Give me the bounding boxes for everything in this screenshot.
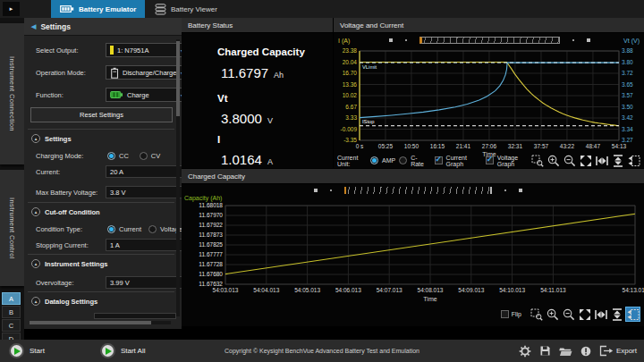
section-datalog[interactable]: ▴ Datalog Settings: [31, 297, 97, 306]
svg-text:13.36: 13.36: [343, 81, 358, 88]
svg-text:3.65: 3.65: [622, 81, 633, 88]
zoom-region-icon[interactable]: [530, 307, 543, 321]
rail-instrument-control-label: Instrument Control: [8, 198, 16, 259]
channel-tab-a-label: A: [9, 295, 13, 303]
operation-mode-dropdown[interactable]: Discharge/Charge ▾: [106, 65, 182, 80]
rail-instrument-connection[interactable]: Instrument Connection: [0, 23, 24, 164]
flip-checkbox[interactable]: [501, 310, 509, 318]
svg-text:Time: Time: [423, 296, 436, 302]
start-button[interactable]: Start: [9, 343, 45, 358]
svg-text:16.70: 16.70: [343, 70, 358, 76]
fit-vertical-icon[interactable]: [611, 154, 624, 167]
select-output-value: 1: N7951A: [117, 46, 148, 55]
settings-gear-icon[interactable]: [519, 345, 531, 358]
radio-cv[interactable]: [140, 152, 148, 160]
svg-text:10.02: 10.02: [343, 92, 358, 98]
tab-battery-viewer[interactable]: Battery Viewer: [146, 0, 226, 18]
vc-range-scrollbar[interactable]: [389, 37, 590, 44]
svg-text:37:57: 37:57: [534, 143, 549, 149]
radio-cc[interactable]: [107, 152, 115, 160]
i-label: I: [217, 134, 220, 145]
max-battery-voltage-input[interactable]: 3.8 V: [106, 186, 182, 198]
fit-all-icon[interactable]: [578, 307, 591, 321]
radio-amp-label: AMP: [382, 157, 395, 164]
auto-track-icon[interactable]: [627, 154, 640, 167]
stopping-current-value: 1 A: [110, 241, 120, 249]
vt-value: 3.8000V: [221, 111, 273, 126]
play-icon: [100, 343, 115, 358]
top-tab-bar: ► Battery Emulator Battery Viewer: [0, 0, 644, 18]
cap-range-scrollbar[interactable]: [314, 187, 522, 194]
channel-tab-b[interactable]: B: [2, 306, 21, 318]
divider: [28, 291, 174, 292]
section-settings[interactable]: ▴ Settings: [31, 134, 72, 143]
unit-a: A: [267, 157, 273, 166]
voltage-graph-label: Voltage Graph: [497, 155, 530, 167]
svg-text:VLimit: VLimit: [362, 64, 377, 70]
rail-instrument-control[interactable]: Instrument Control: [0, 170, 24, 286]
battery-status-panel: Battery Status Charged Capacity 11.6797A…: [182, 18, 333, 168]
svg-text:54:13.013: 54:13.013: [623, 287, 644, 293]
fit-vertical-icon[interactable]: [610, 307, 623, 321]
fit-all-icon[interactable]: [579, 154, 592, 167]
left-rail: Instrument Connection Instrument Control…: [0, 18, 24, 340]
i-value: 1.0164A: [221, 152, 273, 167]
svg-text:11.67777: 11.67777: [199, 251, 223, 257]
fit-horizontal-icon[interactable]: [594, 307, 607, 321]
open-folder-icon[interactable]: [559, 346, 572, 357]
settings-horizontal-scrollbar[interactable]: [30, 321, 171, 324]
channel-tab-a[interactable]: A: [2, 292, 21, 305]
play-icon: [9, 343, 24, 358]
zoom-region-icon[interactable]: [530, 154, 544, 167]
radio-cc-label: CC: [119, 152, 129, 160]
tab-battery-emulator[interactable]: Battery Emulator: [51, 0, 145, 18]
radio-c-rate[interactable]: [399, 156, 407, 164]
section-instrument[interactable]: ▴ Instrument Settings: [31, 259, 107, 268]
zoom-in-icon[interactable]: [547, 154, 560, 167]
radio-voltage[interactable]: [148, 225, 157, 233]
auto-track-icon[interactable]: [626, 307, 640, 321]
zoom-out-icon[interactable]: [562, 307, 575, 321]
start-all-button[interactable]: Start All: [100, 343, 146, 358]
svg-text:3.33: 3.33: [345, 114, 357, 121]
condition-type-label: Condition Type:: [36, 225, 82, 233]
svg-text:-0.009: -0.009: [341, 126, 358, 132]
battery-charge-icon: [110, 90, 123, 99]
svg-text:3.88: 3.88: [622, 47, 633, 54]
overvoltage-input[interactable]: 3.99 V: [106, 276, 182, 289]
save-icon[interactable]: [539, 345, 551, 357]
settings-panel-header[interactable]: ◀ Settings: [24, 18, 182, 36]
stopping-current-input[interactable]: 1 A: [106, 239, 182, 251]
current-input[interactable]: 20 A: [106, 165, 182, 178]
charged-capacity-chart[interactable]: 54:03.01354:04.01354:05.01354:06.01354:0…: [182, 202, 644, 307]
radio-amp[interactable]: [370, 156, 378, 164]
zoom-out-icon[interactable]: [563, 154, 576, 167]
settings-vertical-scrollbar[interactable]: [176, 39, 180, 316]
channel-tab-c[interactable]: C: [2, 319, 21, 332]
svg-text:11.67632: 11.67632: [199, 281, 223, 287]
operation-mode-label: Operation Mode:: [36, 69, 86, 77]
current-graph-checkbox[interactable]: [435, 156, 443, 164]
svg-text:6.67: 6.67: [345, 104, 357, 110]
overvoltage-label: Overvoltage:: [36, 279, 74, 287]
voltage-graph-checkbox[interactable]: [486, 156, 494, 164]
fit-horizontal-icon[interactable]: [595, 154, 608, 167]
rail-instrument-connection-label: Instrument Connection: [8, 56, 16, 131]
charging-mode-label: Charging Mode:: [36, 152, 83, 160]
vt-label: Vt: [217, 93, 228, 104]
function-dropdown[interactable]: Charge ▾: [106, 88, 182, 102]
section-cutoff[interactable]: ▴ Cut-off Condition: [31, 207, 100, 216]
database-icon: [155, 4, 166, 15]
voltage-current-chart[interactable]: 0 s05:2510:5016:1521:4127:0632:3137:5743…: [335, 47, 643, 156]
zoom-in-icon[interactable]: [546, 307, 559, 321]
svg-text:54:08.013: 54:08.013: [418, 287, 444, 293]
reset-settings-button[interactable]: Reset Settings: [30, 107, 173, 122]
radio-current[interactable]: [107, 225, 115, 233]
select-output-dropdown[interactable]: 1: N7951A ▾: [106, 43, 182, 57]
vc-range-window[interactable]: [419, 37, 560, 44]
svg-text:16:15: 16:15: [430, 143, 445, 149]
export-button[interactable]: Export: [599, 345, 637, 357]
cap-range-window[interactable]: [344, 187, 492, 194]
error-log-icon[interactable]: [580, 346, 591, 357]
expand-menu-button[interactable]: ►: [3, 2, 20, 16]
